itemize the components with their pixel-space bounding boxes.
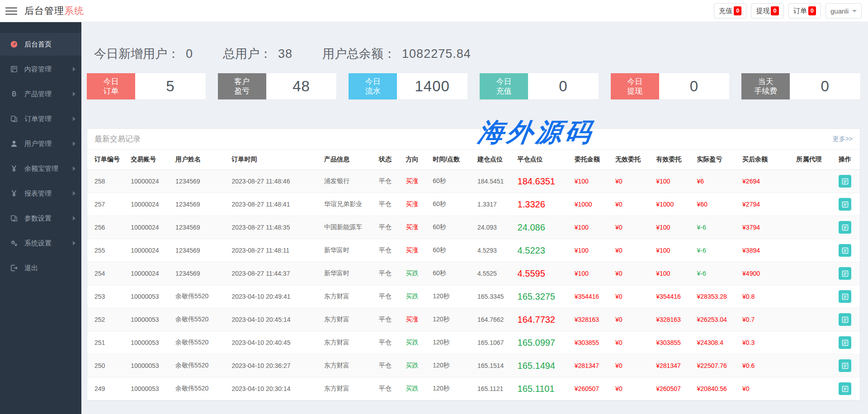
cell-direction: 买跌: [403, 285, 430, 308]
cell-agent: [793, 354, 836, 377]
header-action-buttons: 充值0提现0订单0: [714, 3, 821, 19]
column-header: 无效委托: [613, 150, 653, 170]
chevron-right-icon: [73, 141, 75, 146]
sidebar-item-label: 参数设置: [24, 214, 52, 223]
files-icon: [10, 115, 18, 123]
user-menu-button[interactable]: guanli: [826, 3, 862, 19]
sidebar-item-orders[interactable]: 订单管理: [0, 108, 81, 130]
header-btn-recharge[interactable]: 充值0: [714, 3, 746, 19]
row-detail-button[interactable]: [839, 290, 851, 303]
table-row: 25210000053余敬伟55202023-04-10 20:45:14东方财…: [87, 308, 860, 331]
column-header: 用户姓名: [173, 150, 229, 170]
row-detail-button[interactable]: [839, 382, 851, 395]
column-header: 建仓点位: [475, 150, 515, 170]
header-btn-withdraw[interactable]: 提现0: [751, 3, 783, 19]
cell-account: 10000024: [128, 170, 173, 193]
cell-status: 平仓: [376, 262, 403, 285]
sidebar-item-home[interactable]: 后台首页: [0, 33, 81, 56]
stat-label: 今日新增用户：: [94, 46, 179, 62]
cell-profit: ¥20840.56: [694, 377, 740, 400]
sidebar-item-content[interactable]: 内容管理: [0, 58, 81, 80]
sidebar-item-product[interactable]: 产品管理: [0, 83, 81, 105]
cell-period: 60秒: [430, 239, 475, 262]
cell-direction: 买涨: [403, 239, 430, 262]
sidebar-item-yuebao[interactable]: 余额宝管理: [0, 157, 81, 180]
chevron-right-icon: [73, 241, 75, 245]
cell-id: 257: [87, 193, 128, 216]
cell-time: 2023-04-10 20:36:27: [229, 354, 321, 377]
cell-amount: ¥328163: [572, 308, 613, 331]
cell-product: 华谊兄弟影业: [321, 193, 376, 216]
sidebar-item-users[interactable]: 用户管理: [0, 132, 81, 155]
cell-open: 24.093: [475, 216, 515, 239]
sidebar-item-label: 退出: [24, 264, 38, 273]
cell-amount: ¥1000: [572, 193, 613, 216]
cell-valid: ¥1000: [653, 193, 694, 216]
cell-valid: ¥281347: [653, 354, 694, 377]
row-detail-button[interactable]: [839, 267, 851, 280]
column-header: 操作: [836, 150, 860, 170]
cell-agent: [793, 193, 836, 216]
cell-product: 东方财富: [321, 331, 376, 354]
row-detail-button[interactable]: [839, 198, 851, 211]
column-header: 有效委托: [653, 150, 694, 170]
cell-direction: 买跌: [403, 377, 430, 400]
sidebar-item-params[interactable]: 参数设置: [0, 207, 81, 230]
row-detail-button[interactable]: [839, 244, 851, 257]
summary-card: 今日充值0: [480, 73, 599, 99]
menu-toggle-icon[interactable]: [5, 4, 17, 19]
row-detail-button[interactable]: [839, 336, 851, 349]
row-detail-button[interactable]: [839, 175, 851, 188]
cell-balance: ¥0.8: [740, 285, 793, 308]
cell-action: [836, 193, 860, 216]
card-label-line: 提现: [627, 86, 642, 96]
cell-profit: ¥6: [694, 170, 740, 193]
column-header: 产品信息: [321, 150, 376, 170]
cell-close: 165.1494: [515, 354, 572, 377]
cell-agent: [793, 262, 836, 285]
cell-profit: ¥60: [694, 193, 740, 216]
chevron-right-icon: [73, 216, 75, 221]
header-btn-orders[interactable]: 订单0: [788, 3, 821, 19]
cell-invalid: ¥0: [613, 170, 653, 193]
row-detail-button[interactable]: [839, 221, 851, 234]
column-header: 时间/点数: [430, 150, 475, 170]
sidebar-item-reports[interactable]: 报表管理: [0, 182, 81, 205]
cell-close: 4.5223: [515, 239, 572, 262]
panel-header: 最新交易记录 更多>>: [87, 129, 860, 150]
cell-period: 60秒: [430, 170, 475, 193]
cell-period: 60秒: [430, 262, 475, 285]
card-label: 今日流水: [349, 73, 397, 99]
user-icon: [10, 140, 18, 148]
stat-item: 总用户：38: [223, 46, 292, 62]
sidebar-item-system[interactable]: 系统设置: [0, 232, 81, 254]
row-detail-button[interactable]: [839, 313, 851, 326]
row-detail-button[interactable]: [839, 359, 851, 372]
table-row: 25310000053余敬伟55202023-04-10 20:49:41东方财…: [87, 285, 860, 308]
cell-status: 平仓: [376, 216, 403, 239]
cell-period: 60秒: [430, 216, 475, 239]
cell-name: 1234569: [173, 216, 229, 239]
cell-action: [836, 239, 860, 262]
cell-profit: ¥28353.28: [694, 285, 740, 308]
cell-account: 10000024: [128, 193, 173, 216]
cell-valid: ¥100: [653, 262, 694, 285]
cell-invalid: ¥0: [613, 239, 653, 262]
sidebar-item-logout[interactable]: 退出: [0, 257, 81, 279]
cell-invalid: ¥0: [613, 331, 653, 354]
column-header: 状态: [376, 150, 403, 170]
more-link[interactable]: 更多>>: [833, 135, 853, 143]
stat-value: 38: [278, 47, 292, 61]
cell-agent: [793, 285, 836, 308]
column-header: 方向: [403, 150, 430, 170]
chevron-right-icon: [73, 191, 75, 196]
table-row: 2581000002412345692023-08-27 11:48:46浦发银…: [87, 170, 860, 193]
app-title: 后台管理系统: [24, 5, 84, 17]
stat-label: 用户总余额：: [322, 46, 396, 62]
cell-name: 余敬伟5520: [173, 308, 229, 331]
cell-product: 新华富时: [321, 239, 376, 262]
cell-balance: ¥2694: [740, 170, 793, 193]
cell-product: 浦发银行: [321, 170, 376, 193]
cell-status: 平仓: [376, 331, 403, 354]
card-label-line: 充值: [496, 86, 512, 96]
